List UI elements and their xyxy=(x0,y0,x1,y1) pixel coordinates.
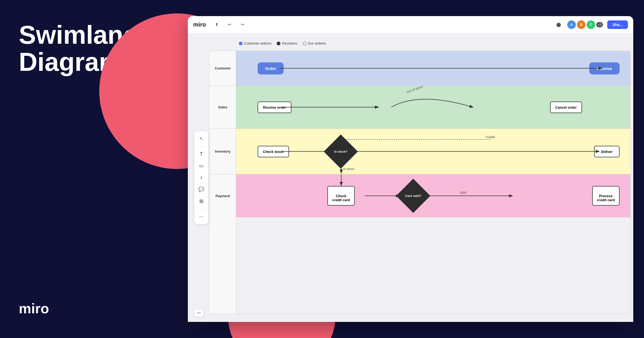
svg-text:In stock: In stock xyxy=(343,167,354,171)
swimlane-table: Customer Sales Inventory Payment xyxy=(209,51,631,314)
toolbar: miro ⬆ ↩ ↪ ⬤ A B C +3 Sha... xyxy=(188,16,633,33)
upload-icon[interactable]: ⬆ xyxy=(213,20,221,29)
node-check-stock[interactable]: Check stock xyxy=(258,146,289,157)
legend-our-actions: Our actions xyxy=(303,41,326,45)
lane-label-customer: Customer xyxy=(210,51,236,86)
avatar-3: C xyxy=(587,20,595,29)
legend-dot-dark xyxy=(277,42,280,45)
lane-customer: Order Receive xyxy=(236,51,630,86)
node-process-credit[interactable]: Process credit card xyxy=(592,186,620,206)
node-cancel-order[interactable]: Cancel order xyxy=(550,101,582,113)
avatar-count: +3 xyxy=(596,22,603,27)
avatar-1: A xyxy=(567,20,576,29)
lane-labels: Customer Sales Inventory Payment xyxy=(209,51,236,314)
node-check-credit[interactable]: Check credit card xyxy=(327,186,355,206)
lane-sales: Out of stock Receive order Cancel order xyxy=(236,86,630,129)
node-order[interactable]: Order xyxy=(258,62,284,74)
node-card-valid-diamond[interactable]: Card valid? xyxy=(396,179,430,213)
legend-dot-empty xyxy=(303,42,306,45)
lane-label-inventory: Inventory xyxy=(210,129,236,174)
bottom-logo: miro xyxy=(19,300,169,317)
node-card-valid-label: Card valid? xyxy=(405,194,421,197)
node-receive-order[interactable]: Receive order xyxy=(258,101,291,113)
lane-inventory: In stock Invalid Check stock In stock? D xyxy=(236,129,630,174)
node-in-stock-label: In stock? xyxy=(334,150,347,153)
lane-label-payment: Payment xyxy=(210,174,236,217)
legend-customer-label: Customer actions xyxy=(244,41,271,45)
legend: Customer actions Decisions Our actions xyxy=(239,41,326,45)
canvas: ↖ T ▭ / 💬 ⊞ ··· >> Customer actions Dec xyxy=(188,33,633,322)
pen-tool[interactable]: / xyxy=(196,172,207,183)
node-deliver[interactable]: Deliver xyxy=(594,146,620,157)
legend-decisions-label: Decisions xyxy=(282,41,297,45)
lanes-content: Order Receive xyxy=(236,51,631,314)
svg-text:Valid: Valid xyxy=(459,191,466,194)
node-receive[interactable]: Receive xyxy=(589,62,620,74)
lane-payment: Valid Check credit card Card valid? Proc… xyxy=(236,174,630,217)
legend-decisions: Decisions xyxy=(277,41,297,45)
lane-label-sales: Sales xyxy=(210,86,236,129)
text-tool[interactable]: T xyxy=(196,149,207,159)
frame-tool[interactable]: ⊞ xyxy=(196,196,207,207)
diagram-area: Customer actions Decisions Our actions C… xyxy=(209,39,631,314)
avatar-2: B xyxy=(577,20,586,29)
avatars: A B C +3 xyxy=(567,20,603,29)
node-in-stock-diamond[interactable]: In stock? xyxy=(324,134,358,168)
more-tools[interactable]: ··· xyxy=(196,211,207,222)
redo-icon[interactable]: ↪ xyxy=(238,20,247,29)
svg-text:Invalid: Invalid xyxy=(486,135,495,139)
miro-window: miro ⬆ ↩ ↪ ⬤ A B C +3 Sha... ↖ T ▭ / 💬 ⊞… xyxy=(188,16,633,322)
expand-button[interactable]: >> xyxy=(194,310,203,317)
legend-customer-actions: Customer actions xyxy=(239,41,271,45)
legend-our-actions-label: Our actions xyxy=(308,41,326,45)
share-button[interactable]: Sha... xyxy=(607,20,628,29)
comment-tool[interactable]: 💬 xyxy=(196,184,207,195)
cursor-tool[interactable]: ↖ xyxy=(196,133,207,144)
sticky-tool[interactable]: ▭ xyxy=(196,160,207,171)
svg-text:Out of stock: Out of stock xyxy=(406,86,423,94)
legend-dot-blue xyxy=(239,42,243,45)
undo-icon[interactable]: ↩ xyxy=(225,20,234,29)
miro-logo: miro xyxy=(193,21,206,28)
side-toolbar: ↖ T ▭ / 💬 ⊞ ··· xyxy=(194,131,208,224)
cursor-icon[interactable]: ⬤ xyxy=(554,20,563,29)
